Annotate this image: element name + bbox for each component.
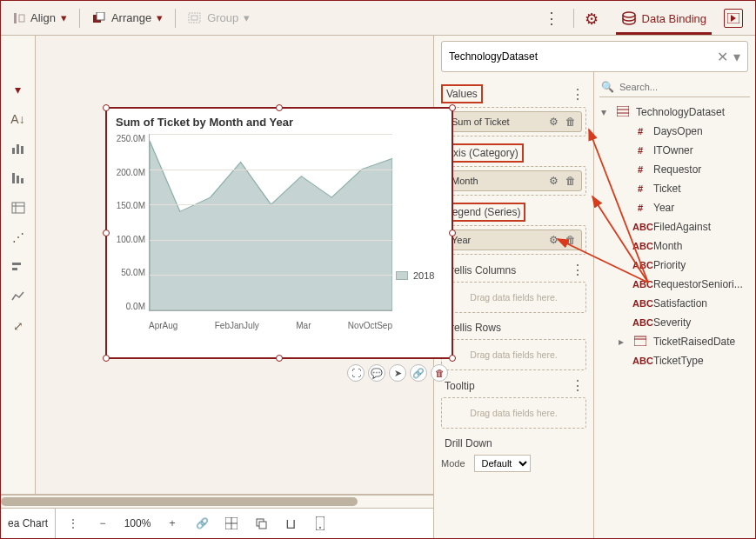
scrollbar-thumb[interactable] bbox=[1, 497, 358, 506]
resize-handle[interactable] bbox=[103, 355, 110, 362]
svg-rect-27 bbox=[617, 106, 629, 116]
chart-type-sidebar: ▾ A↓ ⋰ ⤢ bbox=[1, 36, 36, 494]
column-chart-icon[interactable] bbox=[7, 168, 30, 189]
expand-icon[interactable]: ⤢ bbox=[7, 316, 30, 336]
design-canvas[interactable]: Sum of Ticket by Month and Year 250.0M 2… bbox=[36, 36, 433, 494]
chart-widget[interactable]: Sum of Ticket by Month and Year 250.0M 2… bbox=[105, 107, 453, 359]
svg-point-26 bbox=[319, 527, 321, 529]
zoom-out-button[interactable]: − bbox=[90, 511, 115, 536]
trellis-cols-menu[interactable]: ⋮ bbox=[569, 262, 586, 278]
text-type-icon: ABC bbox=[632, 356, 648, 366]
field-item[interactable]: ABCMonth bbox=[599, 236, 750, 256]
tooltip-menu[interactable]: ⋮ bbox=[569, 377, 586, 394]
values-pill[interactable]: Sum of Ticket ⚙ 🗑 bbox=[445, 111, 582, 132]
settings-tab[interactable]: ⚙ bbox=[579, 1, 604, 36]
trellis-rows-dropzone[interactable]: Drag data fields here. bbox=[441, 339, 586, 370]
svg-rect-12 bbox=[17, 176, 19, 183]
field-search[interactable]: 🔍 bbox=[599, 77, 750, 97]
trash-icon[interactable]: 🗑 bbox=[564, 175, 578, 187]
chevron-down-icon: ▾ bbox=[157, 11, 163, 24]
field-name: Year bbox=[653, 202, 674, 214]
text-type-icon: ABC bbox=[632, 260, 648, 270]
grid-button[interactable] bbox=[219, 511, 244, 536]
line-chart-icon[interactable] bbox=[7, 286, 30, 307]
snap-button[interactable]: ⊔ bbox=[278, 511, 303, 536]
bar-chart-icon[interactable] bbox=[7, 138, 30, 159]
arrange-icon bbox=[92, 12, 106, 24]
trash-icon[interactable]: 🗑 bbox=[564, 116, 578, 128]
separator bbox=[79, 9, 80, 28]
field-item[interactable]: ABCRequestorSeniori... bbox=[599, 275, 750, 294]
field-item[interactable]: ABCSeverity bbox=[599, 313, 750, 332]
chevron-down-icon[interactable]: ▾ bbox=[732, 49, 742, 65]
values-dropzone[interactable]: Sum of Ticket ⚙ 🗑 bbox=[441, 107, 586, 136]
copy-button[interactable] bbox=[249, 511, 273, 536]
group-menu[interactable]: Group ▾ bbox=[181, 8, 257, 28]
field-item[interactable]: ABCFiledAgainst bbox=[599, 217, 750, 236]
values-section-menu[interactable]: ⋮ bbox=[569, 86, 586, 103]
field-item[interactable]: ABCSatisfaction bbox=[599, 294, 750, 313]
field-item[interactable]: ABCTicketType bbox=[599, 351, 750, 370]
field-item[interactable]: #Requestor bbox=[599, 160, 750, 179]
legend-pill[interactable]: Year ⚙ 🗑 bbox=[445, 230, 582, 250]
tooltip-dropzone[interactable]: Drag data fields here. bbox=[441, 397, 586, 429]
arrange-menu[interactable]: Arrange ▾ bbox=[85, 8, 170, 28]
share-icon[interactable]: ➤ bbox=[389, 364, 406, 382]
svg-rect-1 bbox=[19, 15, 24, 22]
trash-icon[interactable]: 🗑 bbox=[564, 234, 578, 246]
align-menu[interactable]: Align ▾ bbox=[6, 8, 74, 28]
svg-rect-24 bbox=[259, 522, 266, 529]
sort-icon[interactable]: A↓ bbox=[7, 109, 30, 130]
field-name: TicketType bbox=[653, 355, 704, 367]
legend-dropzone[interactable]: Year ⚙ 🗑 bbox=[441, 225, 586, 255]
link-icon[interactable]: 🔗 bbox=[410, 364, 427, 382]
resize-handle[interactable] bbox=[276, 104, 283, 111]
toolbar-overflow[interactable]: ⋮ bbox=[535, 9, 568, 28]
dataset-root[interactable]: ▾ TechnologyDataset bbox=[599, 103, 750, 122]
field-item[interactable]: #DaysOpen bbox=[599, 122, 750, 141]
link-button[interactable]: 🔗 bbox=[190, 511, 214, 536]
comment-icon[interactable]: 💬 bbox=[368, 364, 385, 382]
data-binding-label: Data Binding bbox=[642, 12, 706, 25]
field-item[interactable]: #Year bbox=[599, 198, 750, 217]
resize-handle[interactable] bbox=[449, 104, 456, 111]
hbar-icon[interactable] bbox=[7, 256, 30, 277]
axis-dropzone[interactable]: Month ⚙ 🗑 bbox=[441, 166, 586, 196]
field-search-input[interactable] bbox=[618, 81, 748, 93]
mobile-preview-button[interactable] bbox=[308, 511, 332, 536]
collapse-panel-button[interactable] bbox=[724, 9, 743, 28]
dataset-input[interactable] bbox=[447, 50, 713, 63]
delete-icon[interactable]: 🗑 bbox=[431, 364, 448, 382]
field-item[interactable]: #Ticket bbox=[599, 179, 750, 198]
field-item[interactable]: ABCPriority bbox=[599, 256, 750, 275]
text-type-icon: ABC bbox=[632, 279, 648, 289]
data-binding-tab[interactable]: Data Binding bbox=[616, 3, 712, 34]
clear-dataset-icon[interactable]: ✕ bbox=[713, 49, 732, 65]
status-overflow[interactable]: ⋮ bbox=[61, 511, 85, 536]
svg-rect-30 bbox=[634, 336, 646, 346]
chart-legend: 2018 bbox=[396, 132, 452, 332]
trellis-cols-dropzone[interactable]: Drag data fields here. bbox=[441, 282, 586, 313]
field-item[interactable]: #ITOwner bbox=[599, 141, 750, 160]
svg-point-6 bbox=[623, 12, 635, 17]
chart-type-selector[interactable]: ea Chart bbox=[1, 509, 56, 538]
fullscreen-icon[interactable]: ⛶ bbox=[347, 364, 365, 382]
gear-icon[interactable]: ⚙ bbox=[546, 116, 560, 128]
resize-handle[interactable] bbox=[449, 355, 456, 362]
resize-handle[interactable] bbox=[103, 104, 110, 111]
zoom-in-button[interactable]: + bbox=[160, 511, 184, 536]
axis-pill[interactable]: Month ⚙ 🗑 bbox=[445, 170, 582, 191]
resize-handle[interactable] bbox=[276, 355, 283, 362]
scatter-icon[interactable]: ⋰ bbox=[7, 227, 30, 248]
resize-handle[interactable] bbox=[449, 230, 456, 236]
funnel-icon[interactable]: ▾ bbox=[7, 79, 30, 100]
horizontal-scrollbar[interactable] bbox=[1, 495, 433, 509]
field-item[interactable]: ▸TicketRaisedDate bbox=[599, 332, 750, 351]
gear-icon[interactable]: ⚙ bbox=[546, 234, 560, 246]
field-name: Ticket bbox=[653, 183, 681, 195]
dataset-selector[interactable]: ✕ ▾ bbox=[441, 41, 748, 72]
table-icon[interactable] bbox=[7, 197, 30, 218]
values-section-title: Values bbox=[441, 84, 483, 103]
mode-select[interactable]: Default bbox=[474, 455, 531, 472]
gear-icon[interactable]: ⚙ bbox=[546, 175, 560, 187]
